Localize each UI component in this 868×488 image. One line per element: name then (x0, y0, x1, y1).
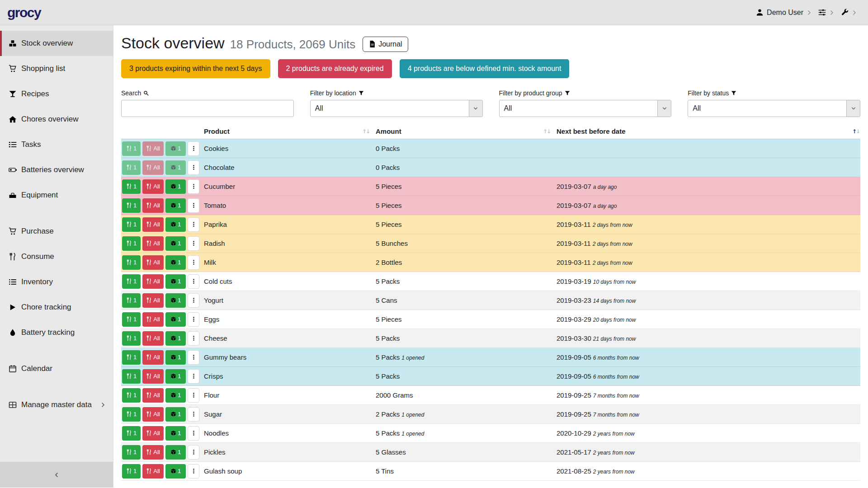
open-one-button[interactable]: 1 (165, 369, 186, 384)
row-menu-button[interactable] (188, 388, 199, 403)
consume-all-button[interactable]: All (142, 217, 164, 232)
row-menu-button[interactable] (188, 255, 199, 270)
row-menu-button[interactable] (188, 426, 199, 441)
expiring-alert-badge[interactable]: 3 products expiring within the next 5 da… (121, 59, 270, 78)
product-column-header[interactable]: Product ↑↓ (204, 125, 376, 139)
consume-all-button[interactable]: All (142, 274, 164, 289)
open-one-button[interactable]: 1 (165, 350, 186, 365)
location-filter-select[interactable]: All (310, 100, 483, 117)
product-group-filter-select[interactable]: All (499, 100, 672, 117)
status-filter-select[interactable]: All (688, 100, 860, 117)
best-before-column-header[interactable]: Next best before date ↑↓ (557, 125, 860, 139)
row-menu-button[interactable] (188, 312, 199, 327)
settings-menu[interactable] (817, 7, 835, 18)
open-one-button[interactable]: 1 (165, 179, 186, 194)
row-menu-button[interactable] (188, 369, 199, 384)
open-one-button[interactable]: 1 (165, 407, 186, 422)
row-menu-button[interactable] (188, 198, 199, 213)
consume-all-button[interactable]: All (142, 426, 164, 441)
consume-one-button[interactable]: 1 (122, 274, 141, 289)
consume-all-button[interactable]: All (142, 255, 164, 270)
open-one-button[interactable]: 1 (165, 236, 186, 251)
expired-alert-badge[interactable]: 2 products are already expired (278, 59, 392, 78)
sidebar-item-purchase[interactable]: Purchase (0, 219, 113, 244)
consume-all-button[interactable]: All (142, 464, 164, 479)
consume-all-button[interactable]: All (142, 407, 164, 422)
consume-all-button[interactable]: All (142, 312, 164, 327)
row-menu-button[interactable] (188, 293, 199, 308)
consume-one-button[interactable]: 1 (122, 350, 141, 365)
consume-one-button[interactable]: 1 (122, 388, 141, 403)
consume-one-button[interactable]: 1 (122, 445, 141, 460)
user-menu[interactable]: Demo User (755, 7, 813, 19)
open-one-button[interactable]: 1 (165, 426, 186, 441)
consume-one-button[interactable]: 1 (122, 198, 141, 213)
consume-all-button[interactable]: All (142, 445, 164, 460)
open-one-button[interactable]: 1 (165, 217, 186, 232)
consume-one-button[interactable]: 1 (122, 312, 141, 327)
below-min-stock-alert-badge[interactable]: 4 products are below defined min. stock … (400, 59, 570, 78)
consume-one-button[interactable]: 1 (122, 293, 141, 308)
consume-all-button[interactable]: All (142, 141, 164, 156)
open-one-button[interactable]: 1 (165, 198, 186, 213)
consume-one-button[interactable]: 1 (122, 331, 141, 346)
consume-one-button[interactable]: 1 (122, 179, 141, 194)
sidebar-item-shopping-list[interactable]: Shopping list (0, 56, 113, 81)
consume-one-button[interactable]: 1 (122, 426, 141, 441)
consume-one-button[interactable]: 1 (122, 369, 141, 384)
open-one-button[interactable]: 1 (165, 312, 186, 327)
sidebar-item-recipes[interactable]: Recipes (0, 81, 113, 107)
open-one-button[interactable]: 1 (165, 274, 186, 289)
consume-one-button[interactable]: 1 (122, 255, 141, 270)
open-one-button[interactable]: 1 (165, 255, 186, 270)
row-menu-button[interactable] (188, 350, 199, 365)
amount-column-header[interactable]: Amount ↑↓ (376, 125, 557, 139)
sidebar-item-manage-master-data[interactable]: Manage master data (0, 392, 113, 418)
row-menu-button[interactable] (188, 331, 199, 346)
consume-one-button[interactable]: 1 (122, 236, 141, 251)
app-logo[interactable]: grocy (7, 5, 41, 20)
sidebar-item-chore-tracking[interactable]: Chore tracking (0, 295, 113, 320)
sidebar-item-batteries-overview[interactable]: Batteries overview (0, 157, 113, 183)
open-one-button[interactable]: 1 (165, 388, 186, 403)
sidebar-item-inventory[interactable]: Inventory (0, 269, 113, 295)
consume-all-button[interactable]: All (142, 331, 164, 346)
consume-all-button[interactable]: All (142, 293, 164, 308)
row-menu-button[interactable] (188, 179, 199, 194)
sidebar-item-calendar[interactable]: Calendar (0, 356, 113, 381)
row-menu-button[interactable] (188, 217, 199, 232)
open-one-button[interactable]: 1 (165, 464, 186, 479)
sidebar-item-chores-overview[interactable]: Chores overview (0, 107, 113, 132)
consume-all-button[interactable]: All (142, 160, 164, 175)
sidebar-item-battery-tracking[interactable]: Battery tracking (0, 320, 113, 345)
row-menu-button[interactable] (188, 160, 199, 175)
consume-all-button[interactable]: All (142, 369, 164, 384)
journal-button[interactable]: Journal (363, 37, 408, 52)
consume-all-button[interactable]: All (142, 350, 164, 365)
row-menu-button[interactable] (188, 445, 199, 460)
consume-one-button[interactable]: 1 (122, 464, 141, 479)
admin-menu[interactable] (840, 7, 858, 18)
sidebar-collapse-button[interactable] (0, 462, 113, 488)
consume-one-button[interactable]: 1 (122, 407, 141, 422)
consume-all-button[interactable]: All (142, 198, 164, 213)
open-one-button[interactable]: 1 (165, 141, 186, 156)
row-menu-button[interactable] (188, 274, 199, 289)
sidebar-item-equipment[interactable]: Equipment (0, 183, 113, 208)
row-menu-button[interactable] (188, 141, 199, 156)
search-input[interactable] (121, 100, 294, 117)
consume-one-button[interactable]: 1 (122, 217, 141, 232)
sidebar-item-tasks[interactable]: Tasks (0, 132, 113, 157)
open-one-button[interactable]: 1 (165, 160, 186, 175)
consume-all-button[interactable]: All (142, 388, 164, 403)
consume-all-button[interactable]: All (142, 179, 164, 194)
open-one-button[interactable]: 1 (165, 331, 186, 346)
sidebar-item-stock-overview[interactable]: Stock overview (0, 31, 113, 56)
row-menu-button[interactable] (188, 464, 199, 479)
sidebar-item-consume[interactable]: Consume (0, 244, 113, 269)
row-menu-button[interactable] (188, 407, 199, 422)
open-one-button[interactable]: 1 (165, 293, 186, 308)
open-one-button[interactable]: 1 (165, 445, 186, 460)
consume-all-button[interactable]: All (142, 236, 164, 251)
row-menu-button[interactable] (188, 236, 199, 251)
